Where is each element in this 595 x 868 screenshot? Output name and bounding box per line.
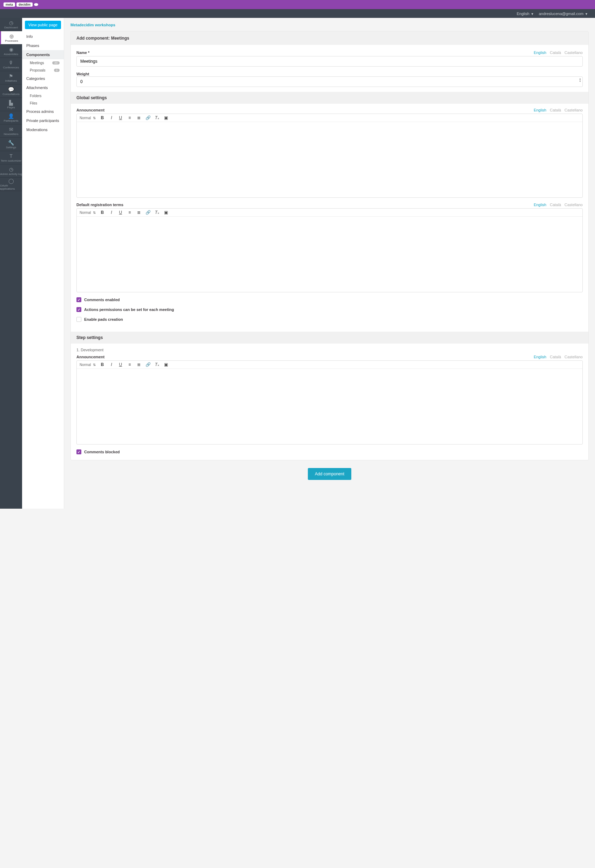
enable-pads-row[interactable]: Enable pads creation (77, 317, 583, 322)
nav-assemblies[interactable]: ◉Assemblies (0, 44, 22, 58)
announcement-editor[interactable]: Normal ⇅ B I U ≡ ≣ 🔗 Tₓ ▣ (77, 114, 583, 198)
language-selector[interactable]: English▼ (517, 12, 534, 16)
list-ul-icon[interactable]: ≣ (136, 362, 141, 367)
sec-private[interactable]: Private participants (22, 116, 64, 125)
step-announcement-editor[interactable]: Normal ⇅ B I U ≡ ≣ 🔗 Tₓ ▣ (77, 360, 583, 444)
sec-categories[interactable]: Categories (22, 74, 64, 83)
logo-right: decidim (16, 3, 32, 7)
text-icon: T (9, 153, 13, 159)
format-select[interactable]: Normal ⇅ (80, 211, 96, 214)
add-component-button[interactable]: Add component (308, 468, 351, 480)
sidebar-secondary: View public page Info Phases Components … (22, 18, 64, 509)
sec-process-admins[interactable]: Process admins (22, 107, 64, 116)
bold-icon[interactable]: B (100, 115, 105, 120)
lang-es[interactable]: Castellano (564, 355, 583, 359)
list-ol-icon[interactable]: ≡ (127, 115, 132, 120)
link-icon[interactable]: 🔗 (146, 115, 151, 120)
spinner-icon[interactable]: ▲▼ (579, 77, 581, 83)
breadcrumb[interactable]: Metadecidim workshops (71, 21, 589, 31)
sec-attachments[interactable]: Attachments (22, 83, 64, 92)
lang-en[interactable]: English (534, 355, 546, 359)
underline-icon[interactable]: U (118, 210, 123, 215)
nav-processes[interactable]: ◎Processes (0, 31, 22, 44)
nav-label: Initiatives (5, 79, 17, 83)
sub-folders[interactable]: Folders (22, 92, 64, 100)
lang-es[interactable]: Castellano (564, 203, 583, 207)
nav-initiatives[interactable]: ⚑Initiatives (0, 71, 22, 84)
nav-dashboard[interactable]: ◷Dashboard (0, 18, 22, 31)
video-icon[interactable]: ▣ (164, 362, 169, 367)
link-icon[interactable]: 🔗 (146, 362, 151, 367)
underline-icon[interactable]: U (118, 362, 123, 367)
list-ul-icon[interactable]: ≣ (136, 115, 141, 120)
reg-terms-editor[interactable]: Normal ⇅ B I U ≡ ≣ 🔗 Tₓ ▣ (77, 208, 583, 292)
checkbox-icon[interactable]: ✓ (77, 307, 81, 312)
lang-ca[interactable]: Català (550, 355, 561, 359)
rte-body[interactable] (77, 217, 582, 292)
nav-newsletters[interactable]: ✉Newsletters (0, 124, 22, 138)
comments-enabled-row[interactable]: ✓ Comments enabled (77, 297, 583, 302)
nav-label: Conferences (3, 66, 19, 69)
format-select[interactable]: Normal ⇅ (80, 116, 96, 120)
link-icon[interactable]: 🔗 (146, 210, 151, 215)
comments-blocked-row[interactable]: ✓ Comments blocked (77, 449, 583, 454)
nav-pages[interactable]: ▙Pages (0, 98, 22, 111)
checkbox-icon[interactable] (77, 317, 81, 322)
video-icon[interactable]: ▣ (164, 210, 169, 215)
weight-input[interactable] (77, 77, 583, 87)
sub-files[interactable]: Files (22, 100, 64, 107)
nav-term-customizer[interactable]: TTerm customizer (0, 151, 22, 164)
underline-icon[interactable]: U (118, 115, 123, 120)
lang-en[interactable]: English (534, 50, 546, 55)
nav-oauth[interactable]: ◯OAuth applications (0, 178, 22, 191)
lang-es[interactable]: Castellano (564, 108, 583, 112)
chk-label: Comments enabled (84, 298, 120, 302)
rte-body[interactable] (77, 122, 582, 197)
sec-components[interactable]: Components (22, 50, 64, 59)
sec-phases[interactable]: Phases (22, 41, 64, 50)
nav-settings[interactable]: 🔧Settings (0, 138, 22, 151)
rte-body[interactable] (77, 369, 582, 444)
video-icon[interactable]: ▣ (164, 115, 169, 120)
view-public-button[interactable]: View public page (25, 21, 61, 29)
lang-ca[interactable]: Català (550, 50, 561, 55)
sec-info[interactable]: Info (22, 32, 64, 41)
lang-en[interactable]: English (534, 108, 546, 112)
logo[interactable]: meta decidim (3, 3, 38, 7)
lang-tabs: English Català Castellano (534, 355, 583, 359)
sub-proposals[interactable]: Proposals0 (22, 66, 64, 74)
list-ul-icon[interactable]: ≣ (136, 210, 141, 215)
checkbox-icon[interactable]: ✓ (77, 449, 81, 454)
actions-perms-row[interactable]: ✓ Actions permissions can be set for eac… (77, 307, 583, 312)
list-ol-icon[interactable]: ≡ (127, 362, 132, 367)
italic-icon[interactable]: I (109, 210, 114, 215)
lang-ca[interactable]: Català (550, 108, 561, 112)
nav-conferences[interactable]: 🎙Conferences (0, 58, 22, 71)
clear-icon[interactable]: Tₓ (155, 115, 159, 120)
format-select[interactable]: Normal ⇅ (80, 363, 96, 367)
lang-en[interactable]: English (534, 203, 546, 207)
logo-dot (34, 3, 38, 6)
italic-icon[interactable]: I (109, 115, 114, 120)
clear-icon[interactable]: Tₓ (155, 210, 159, 215)
lang-ca[interactable]: Català (550, 203, 561, 207)
global-settings-header: Global settings (71, 92, 588, 104)
user-icon: 👤 (8, 113, 14, 119)
checkbox-icon[interactable]: ✓ (77, 297, 81, 302)
user-menu[interactable]: andreslucena@gmail.com▼ (539, 12, 588, 16)
list-ol-icon[interactable]: ≡ (127, 210, 132, 215)
name-input[interactable] (77, 56, 583, 66)
reg-terms-label: Default registration terms (77, 203, 123, 207)
chat-icon: 💬 (8, 87, 14, 92)
nav-participants[interactable]: 👤Participants (0, 111, 22, 124)
bold-icon[interactable]: B (100, 362, 105, 367)
flag-icon: ⚑ (9, 73, 13, 79)
nav-consultations[interactable]: 💬Consultations (0, 84, 22, 98)
lang-es[interactable]: Castellano (564, 50, 583, 55)
bold-icon[interactable]: B (100, 210, 105, 215)
nav-activity-log[interactable]: ◷Admin activity log (0, 164, 22, 178)
sec-moderations[interactable]: Moderations (22, 125, 64, 134)
sub-meetings[interactable]: Meetings20 (22, 59, 64, 66)
italic-icon[interactable]: I (109, 362, 114, 367)
clear-icon[interactable]: Tₓ (155, 362, 159, 367)
